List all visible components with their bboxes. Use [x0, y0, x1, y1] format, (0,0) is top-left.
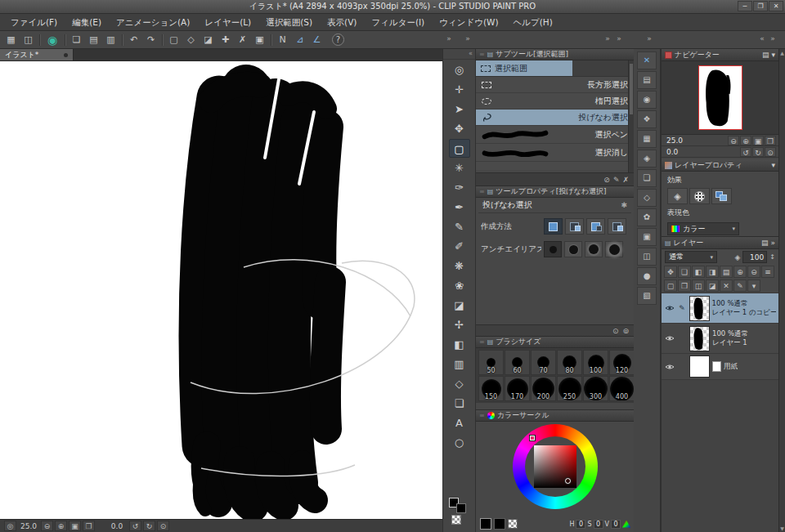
subtool-item-ellipse[interactable]: 楕円選択: [476, 93, 634, 110]
layer-command-icon[interactable]: ▢: [664, 279, 677, 292]
collapsed-palette-button[interactable]: ▤: [637, 71, 657, 89]
gradient-tool[interactable]: ▥: [449, 355, 470, 373]
navigator-preview[interactable]: [662, 61, 778, 135]
brush-size-preset[interactable]: 250: [557, 376, 582, 401]
navigator-thumbnail[interactable]: [698, 65, 742, 130]
layer-command-icon[interactable]: ◧: [692, 266, 705, 278]
special-ruler-snap-icon[interactable]: ∠: [309, 33, 325, 47]
menu-view[interactable]: 表示(V): [320, 14, 364, 30]
layer-panel-tab-icon[interactable]: ▤: [761, 239, 769, 247]
layer-name[interactable]: 用紙: [724, 362, 738, 371]
scroll-down-icon[interactable]: ▼: [779, 525, 785, 531]
balloon-tool[interactable]: ○: [449, 433, 470, 452]
selection-tool[interactable]: ▢: [449, 139, 470, 158]
brush-size-panel-header[interactable]: ≡ ▤ ブラシサイズ: [476, 337, 634, 348]
hue-value[interactable]: 0: [576, 520, 585, 529]
brush-size-preset[interactable]: 400: [609, 376, 634, 401]
pencil-tool[interactable]: ✎: [449, 217, 470, 236]
brush-size-preset[interactable]: 100: [583, 350, 608, 375]
navigator-menu-icon[interactable]: ▾: [771, 51, 775, 59]
brush-size-preset[interactable]: 120: [609, 350, 634, 375]
menu-help[interactable]: ヘルプ(H): [506, 14, 560, 30]
layer-command-icon[interactable]: ≡: [761, 266, 774, 278]
antialias-none-button[interactable]: [544, 241, 562, 257]
invert-selection-icon[interactable]: ◪: [200, 33, 216, 47]
wrench-icon[interactable]: ✱: [621, 201, 627, 209]
navigator-tab-icon[interactable]: ▤: [762, 51, 769, 59]
antialias-weak-button[interactable]: [564, 241, 582, 257]
brush-size-preset[interactable]: 70: [531, 350, 556, 375]
tool-palette-header[interactable]: «: [443, 49, 475, 60]
text-tool[interactable]: A: [449, 414, 470, 432]
minimize-button[interactable]: ─: [738, 1, 752, 11]
opacity-value[interactable]: 100: [742, 251, 767, 263]
reset-rotation-icon[interactable]: ⊙: [157, 521, 169, 531]
fit-to-screen-icon[interactable]: ▣: [69, 521, 81, 531]
sub-color-swatch[interactable]: [456, 503, 466, 513]
subtool-item-lasso[interactable]: 投げなわ選択: [476, 110, 634, 126]
dock-collapse-icon[interactable]: »: [603, 34, 612, 42]
collapsed-palette-button[interactable]: ▦: [637, 130, 657, 148]
layer-command-icon[interactable]: ❐: [678, 279, 691, 292]
subtool-item-selection-eraser[interactable]: 選択消し: [476, 144, 634, 162]
dock-collapse-icon[interactable]: »: [444, 34, 454, 42]
layer-row-1[interactable]: 100 %通常 レイヤー 1: [662, 324, 778, 354]
open-file-icon[interactable]: ▤: [86, 33, 101, 47]
dock-collapse-icon[interactable]: »: [463, 34, 473, 42]
collapsed-palette-button[interactable]: ◫: [637, 248, 657, 266]
layer-row-copy[interactable]: ✎ 100 %通常 レイヤー 1 のコピー: [662, 293, 778, 324]
nav-fit-icon[interactable]: ▣: [752, 136, 764, 145]
subtool-item-rectangle[interactable]: 長方形選択: [476, 77, 634, 93]
expand-selection-icon[interactable]: ✚: [218, 33, 233, 47]
color-circle-panel-header[interactable]: ≡ カラーサークル: [476, 410, 634, 422]
brush-size-preset[interactable]: 60: [505, 350, 530, 375]
clip-studio-logo-icon[interactable]: ◉: [43, 33, 61, 47]
layer-property-panel-header[interactable]: レイヤープロパティ ▾: [662, 159, 778, 172]
collapsed-palette-button[interactable]: ▧: [637, 287, 657, 305]
help-icon[interactable]: ?: [332, 34, 344, 46]
layer-command-icon[interactable]: ▤: [720, 266, 733, 278]
brush-size-preset[interactable]: 50: [478, 350, 504, 375]
navigator-rotation-value[interactable]: 0.0: [664, 148, 690, 156]
paper-thumbnail[interactable]: [689, 355, 710, 378]
auto-select-tool[interactable]: ✳: [449, 159, 470, 177]
zoom-in-icon[interactable]: ⊕: [55, 521, 67, 531]
menu-file[interactable]: ファイル(F): [3, 14, 65, 30]
navigator-panel-header[interactable]: ナビゲーター ▤ ▾: [662, 49, 778, 61]
hue-marker[interactable]: [530, 436, 535, 440]
main-color-swatch[interactable]: [480, 518, 491, 530]
method-add-selection-button[interactable]: [565, 218, 584, 235]
layer-command-icon[interactable]: ⊕: [733, 266, 747, 278]
dock-scrollbar[interactable]: ▲ ▼: [778, 49, 785, 532]
blend-tool[interactable]: ✢: [449, 315, 470, 334]
layer-panel-expand-icon[interactable]: »: [770, 239, 775, 247]
subtool-item-partial[interactable]: [476, 162, 634, 170]
visibility-eye-icon[interactable]: [664, 364, 675, 370]
airbrush-tool[interactable]: ❋: [449, 257, 470, 275]
decoration-tool[interactable]: ❀: [449, 276, 470, 295]
reset-tool-icon[interactable]: ⊙: [612, 327, 619, 335]
brush-size-preset[interactable]: 300: [583, 376, 608, 401]
clear-selection-icon[interactable]: ✗: [235, 33, 250, 47]
rotate-ccw-icon[interactable]: ↺: [129, 521, 141, 531]
move-tool[interactable]: ✛: [449, 80, 470, 99]
method-new-selection-button[interactable]: [544, 218, 563, 235]
expression-color-select[interactable]: カラー ▾: [667, 222, 739, 235]
rotate-cw-icon[interactable]: ↻: [143, 521, 155, 531]
brush-size-preset[interactable]: 170: [505, 376, 530, 401]
brush-size-preset[interactable]: 80: [557, 350, 582, 375]
pen-tool[interactable]: ✒: [449, 198, 470, 217]
layer-command-icon[interactable]: ✥: [664, 266, 677, 278]
undo-icon[interactable]: ↶: [126, 33, 141, 47]
color-mode-icon[interactable]: [622, 521, 630, 528]
crop-icon[interactable]: ▣: [252, 33, 267, 47]
lock-icon[interactable]: ⊘: [603, 176, 610, 184]
maximize-button[interactable]: ❐: [753, 1, 768, 11]
collapsed-palette-button[interactable]: ❏: [637, 169, 657, 187]
subtool-item-selection-pen[interactable]: 選択ペン: [476, 126, 634, 144]
layer-command-icon[interactable]: ▾: [747, 279, 760, 292]
nav-zoom-out-icon[interactable]: ⊖: [728, 136, 739, 145]
layer-command-icon[interactable]: ✕: [720, 279, 733, 292]
nav-zoom-in-icon[interactable]: ⊕: [740, 136, 751, 145]
opacity-stepper-icon[interactable]: ↕: [769, 253, 775, 261]
